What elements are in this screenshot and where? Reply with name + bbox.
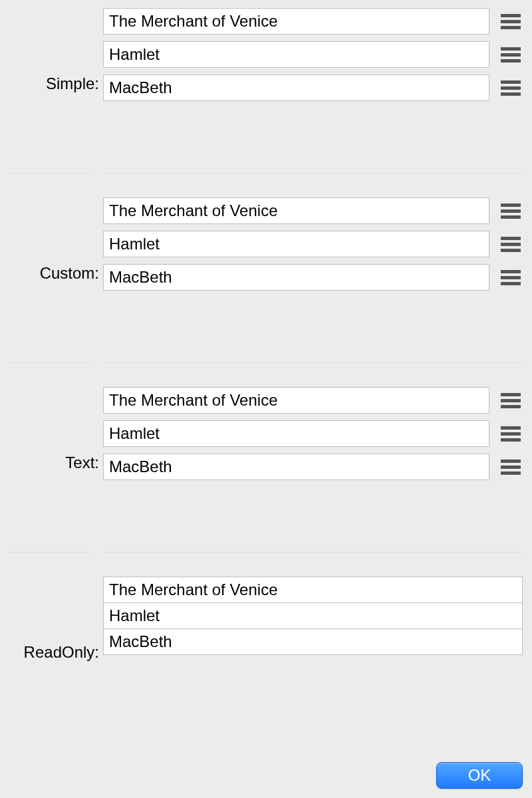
drag-handle-icon[interactable] [499, 46, 523, 64]
label-custom: Custom: [0, 190, 103, 296]
list-text-item-0[interactable]: The Merchant of Venice [103, 387, 489, 414]
list-simple-row-1[interactable]: Hamlet [103, 41, 523, 68]
drag-handle-icon[interactable] [499, 458, 523, 476]
list-text-row-2[interactable]: MacBeth [103, 454, 523, 480]
list-simple-item-1[interactable]: Hamlet [103, 41, 489, 68]
list-readonly-row-0: The Merchant of Venice [103, 577, 523, 603]
label-text: Text: [0, 379, 103, 485]
ok-button[interactable]: OK [436, 762, 523, 789]
list-readonly: The Merchant of Venice Hamlet MacBeth [103, 569, 523, 655]
list-custom-item-0[interactable]: The Merchant of Venice [103, 198, 489, 224]
list-custom-row-0[interactable]: The Merchant of Venice [103, 198, 523, 224]
list-custom-item-1[interactable]: Hamlet [103, 231, 489, 257]
drag-handle-icon[interactable] [499, 425, 523, 443]
list-text: The Merchant of Venice Hamlet MacBeth [103, 379, 523, 487]
list-simple-item-2[interactable]: MacBeth [103, 74, 489, 101]
drag-handle-icon[interactable] [499, 269, 523, 287]
list-simple-row-2[interactable]: MacBeth [103, 74, 523, 101]
list-simple: The Merchant of Venice Hamlet MacBeth [103, 0, 523, 108]
list-text-item-2[interactable]: MacBeth [103, 454, 489, 480]
label-custom-text: Custom: [40, 264, 99, 283]
list-text-row-0[interactable]: The Merchant of Venice [103, 387, 523, 414]
label-readonly-text: ReadOnly: [24, 643, 99, 662]
list-readonly-row-1: Hamlet [103, 603, 523, 629]
list-custom-row-1[interactable]: Hamlet [103, 231, 523, 257]
list-readonly-row-2: MacBeth [103, 629, 523, 655]
list-text-row-1[interactable]: Hamlet [103, 420, 523, 447]
list-custom-row-2[interactable]: MacBeth [103, 264, 523, 291]
list-readonly-item-2: MacBeth [103, 628, 523, 655]
list-text-item-1[interactable]: Hamlet [103, 420, 489, 447]
list-readonly-item-1: Hamlet [103, 602, 523, 629]
drag-handle-icon[interactable] [499, 235, 523, 253]
separator [0, 552, 532, 553]
label-simple: Simple: [0, 0, 103, 106]
label-text-text: Text: [65, 454, 99, 472]
drag-handle-icon[interactable] [499, 79, 523, 97]
list-simple-row-0[interactable]: The Merchant of Venice [103, 8, 523, 35]
list-custom: The Merchant of Venice Hamlet MacBeth [103, 190, 523, 297]
label-simple-text: Simple: [46, 74, 99, 93]
separator [0, 173, 532, 174]
list-readonly-item-0: The Merchant of Venice [103, 577, 523, 603]
label-readonly: ReadOnly: [0, 569, 103, 675]
drag-handle-icon[interactable] [499, 392, 523, 410]
list-custom-item-2[interactable]: MacBeth [103, 264, 489, 291]
drag-handle-icon[interactable] [499, 13, 523, 31]
separator [0, 362, 532, 363]
list-simple-item-0[interactable]: The Merchant of Venice [103, 8, 489, 35]
drag-handle-icon[interactable] [499, 202, 523, 220]
